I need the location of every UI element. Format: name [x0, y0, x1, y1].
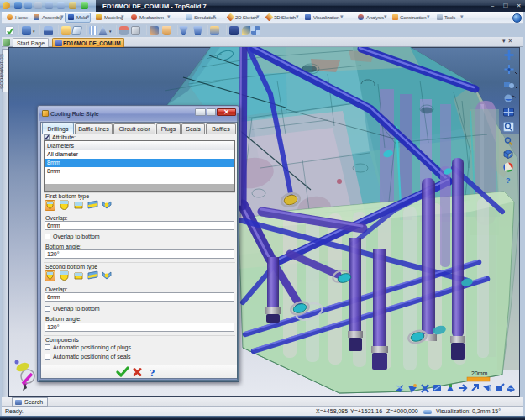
svg-text:?: ? [506, 176, 511, 185]
svg-text:?: ? [150, 366, 155, 378]
svg-text:20mm: 20mm [471, 370, 488, 376]
